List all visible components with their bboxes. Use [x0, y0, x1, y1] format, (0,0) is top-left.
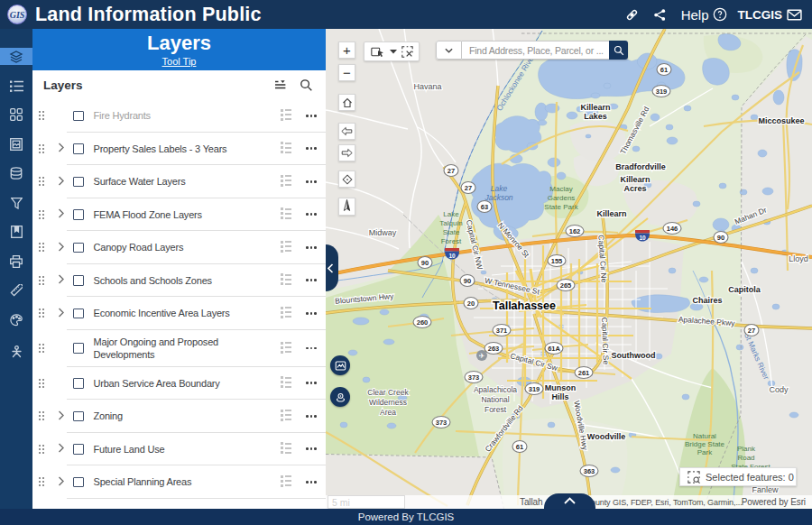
svg-text:Southwood: Southwood	[612, 351, 656, 360]
svg-text:363: 363	[584, 467, 595, 475]
svg-text:Bradfordville: Bradfordville	[615, 162, 666, 171]
svg-text:371: 371	[496, 327, 508, 335]
svg-text:90: 90	[717, 234, 724, 242]
svg-text:Area: Area	[380, 408, 396, 417]
svg-text:61: 61	[516, 443, 523, 451]
svg-text:State: State	[443, 228, 460, 236]
svg-text:Chaires: Chaires	[692, 296, 722, 305]
svg-text:Lloyd: Lloyd	[789, 254, 808, 263]
svg-text:Cody: Cody	[769, 385, 789, 394]
svg-text:Natural: Natural	[693, 432, 716, 440]
svg-text:90: 90	[464, 277, 471, 285]
svg-text:Killearn: Killearn	[580, 103, 610, 112]
svg-text:10: 10	[639, 235, 646, 241]
svg-text:Apalachicola: Apalachicola	[474, 385, 517, 394]
svg-text:Clear Creek: Clear Creek	[367, 388, 409, 397]
svg-text:61A: 61A	[548, 345, 560, 353]
svg-text:10: 10	[448, 253, 456, 259]
svg-text:Lake: Lake	[443, 210, 459, 218]
svg-text:Wilderness: Wilderness	[369, 398, 407, 407]
svg-text:Talquin: Talquin	[439, 219, 462, 227]
svg-text:Forest: Forest	[441, 237, 462, 245]
svg-text:27: 27	[465, 184, 472, 192]
svg-text:63: 63	[481, 203, 488, 211]
svg-text:National: National	[481, 395, 509, 404]
svg-text:261: 261	[578, 369, 590, 377]
svg-text:260: 260	[417, 318, 429, 327]
svg-text:27: 27	[448, 167, 455, 175]
svg-text:Gardens: Gardens	[548, 194, 576, 202]
svg-text:319: 319	[529, 385, 540, 393]
svg-text:Bridge State: Bridge State	[685, 440, 725, 448]
svg-text:Miccosukee: Miccosukee	[758, 116, 804, 125]
svg-text:State Park: State Park	[544, 203, 578, 211]
svg-text:Capital Cir Se: Capital Cir Se	[600, 318, 611, 365]
svg-text:155: 155	[551, 257, 563, 265]
svg-text:265: 265	[560, 281, 572, 290]
svg-text:Killearn: Killearn	[620, 175, 650, 184]
svg-text:Havana: Havana	[413, 82, 441, 91]
svg-text:Fanlew: Fanlew	[752, 485, 779, 494]
svg-text:61: 61	[660, 66, 668, 74]
svg-text:Hills: Hills	[551, 392, 568, 401]
svg-text:162: 162	[569, 227, 581, 235]
svg-text:Killearn: Killearn	[596, 209, 626, 218]
svg-text:373: 373	[436, 419, 448, 427]
svg-text:Lake: Lake	[491, 184, 508, 193]
svg-text:Jackson: Jackson	[484, 193, 512, 202]
svg-text:Park: Park	[697, 448, 713, 456]
svg-text:Midway: Midway	[369, 228, 397, 237]
svg-text:Plank: Plank	[737, 445, 756, 453]
svg-text:20: 20	[467, 299, 475, 308]
svg-text:263: 263	[488, 345, 500, 353]
svg-text:Acres: Acres	[623, 184, 646, 193]
svg-text:90: 90	[421, 259, 429, 267]
svg-text:Lakes: Lakes	[584, 112, 607, 121]
svg-text:27: 27	[748, 327, 755, 335]
svg-text:Tallahassee: Tallahassee	[493, 299, 556, 312]
svg-text:Maclay: Maclay	[549, 185, 572, 193]
svg-text:373: 373	[468, 373, 480, 382]
svg-text:146: 146	[667, 225, 678, 233]
svg-text:✈: ✈	[479, 352, 485, 360]
svg-text:Road: Road	[737, 454, 754, 462]
svg-text:Forest: Forest	[484, 405, 507, 414]
svg-text:319: 319	[656, 88, 668, 96]
svg-text:Munson: Munson	[545, 383, 577, 392]
svg-text:Capitola: Capitola	[728, 285, 761, 294]
svg-text:Woodville: Woodville	[587, 432, 625, 441]
